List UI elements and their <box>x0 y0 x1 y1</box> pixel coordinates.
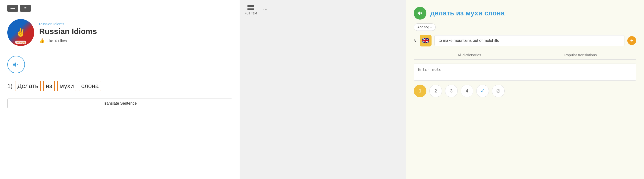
translate-sentence-button[interactable]: Translate Sentence <box>7 98 232 108</box>
status-button-4[interactable]: 4 <box>461 84 473 97</box>
like-label[interactable]: Like <box>46 39 53 43</box>
word-speaker-icon <box>417 10 423 16</box>
more-options-button[interactable]: ··· <box>261 5 270 13</box>
word-мухи[interactable]: мухи <box>57 81 76 91</box>
likes-count: 0 Likes <box>55 39 67 43</box>
speaker-icon <box>12 61 20 68</box>
full-text-label: Full Text <box>244 11 257 15</box>
word-делать[interactable]: Делать <box>15 81 41 91</box>
likes-row: 👍 Like 0 Likes <box>39 38 97 43</box>
word-audio-button[interactable] <box>414 7 426 20</box>
hand-icon: ✌️ <box>16 28 26 37</box>
svg-rect-1 <box>248 6 254 7</box>
course-category: Russian Idioms <box>39 22 97 26</box>
add-tag-button[interactable]: Add tag + <box>414 24 436 31</box>
full-text-icon <box>248 5 254 10</box>
status-button-2[interactable]: 2 <box>429 84 442 97</box>
word-title: делать из мухи слона <box>430 9 505 17</box>
full-text-button[interactable]: Full Text <box>244 5 257 15</box>
tab-popular-translations[interactable]: Popular translations <box>525 50 636 60</box>
middle-panel: Full Text ··· <box>240 0 406 179</box>
svg-rect-3 <box>248 9 254 10</box>
lingq-badge: ♥LingQ <box>15 40 26 44</box>
status-button-known[interactable]: ✓ <box>476 84 489 97</box>
tab-all-dictionaries[interactable]: All dictionaries <box>414 50 525 60</box>
svg-rect-0 <box>248 5 254 6</box>
word-header: делать из мухи слона <box>414 7 636 20</box>
dictionary-tabs: All dictionaries Popular translations <box>414 50 636 60</box>
uk-flag-icon: 🇬🇧 <box>422 37 429 44</box>
course-info: ✌️ ♥LingQ Russian Idioms Russian Idioms … <box>7 19 232 46</box>
status-button-3[interactable]: 3 <box>445 84 458 97</box>
status-button-1[interactable]: 1 <box>414 84 426 97</box>
minus-icon: — <box>10 6 15 11</box>
word-слона[interactable]: слона <box>79 81 101 91</box>
sentence-row: 1) Делать из мухи слона <box>7 81 232 91</box>
language-flag: 🇬🇧 <box>420 35 432 46</box>
note-input[interactable] <box>414 64 636 81</box>
left-panel: — ≡ ✌️ ♥LingQ Russian Idioms Russian Idi… <box>0 0 240 179</box>
svg-rect-2 <box>248 8 254 8</box>
translation-section: ∨ 🇬🇧 + <box>414 35 636 46</box>
lines-icon: ≡ <box>24 6 26 10</box>
sentence-number: 1) <box>7 83 12 90</box>
chevron-down-icon[interactable]: ∨ <box>414 38 417 43</box>
status-button-ignore[interactable]: ⊘ <box>492 84 505 97</box>
middle-top-controls: Full Text ··· <box>244 5 270 15</box>
course-text: Russian Idioms Russian Idioms 👍 Like 0 L… <box>39 22 97 43</box>
translation-input[interactable] <box>434 35 624 46</box>
audio-play-button[interactable] <box>7 56 25 73</box>
translation-row: ∨ 🇬🇧 + <box>414 35 636 46</box>
course-title: Russian Idioms <box>39 27 97 36</box>
status-row: 1 2 3 4 ✓ ⊘ <box>414 84 636 97</box>
right-panel: делать из мухи слона Add tag + ∨ 🇬🇧 + Al… <box>406 0 644 179</box>
word-из[interactable]: из <box>43 81 54 91</box>
add-translation-button[interactable]: + <box>627 36 636 45</box>
course-avatar: ✌️ ♥LingQ <box>7 19 34 46</box>
menu-button[interactable]: ≡ <box>20 5 31 12</box>
minimize-button[interactable]: — <box>7 5 18 12</box>
top-controls: — ≡ <box>7 5 232 12</box>
thumbs-up-icon: 👍 <box>39 38 44 43</box>
